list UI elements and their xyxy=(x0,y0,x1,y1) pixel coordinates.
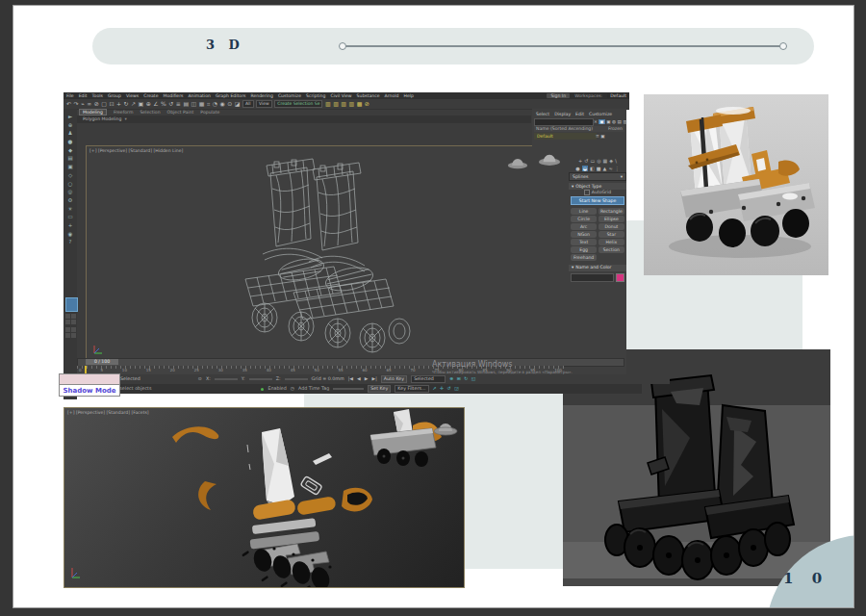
tool-icon[interactable]: ⊕ xyxy=(68,123,73,129)
spline-button[interactable]: Ellipse xyxy=(599,216,624,222)
toolbar-icon[interactable]: ⌁ xyxy=(81,100,85,107)
panel-tab-icon[interactable]: ◈ xyxy=(609,158,613,164)
layer-icon[interactable]: ▥ xyxy=(341,100,346,107)
viewport1-label[interactable]: [+] [Perspective] [Standard] [Hidden Lin… xyxy=(89,148,183,154)
spline-button[interactable]: Rectangle xyxy=(599,208,624,215)
perspective-viewport[interactable]: [+] [Perspective] [Standard] [Hidden Lin… xyxy=(86,145,534,360)
toolbar-icon[interactable]: ↻ xyxy=(123,100,128,107)
spline-button[interactable]: Circle xyxy=(571,216,597,222)
viewport-layout-slider[interactable] xyxy=(65,297,78,312)
toolbar-icon[interactable]: ∠ xyxy=(153,100,158,107)
spline-button[interactable]: Helix xyxy=(599,239,624,245)
menu-item[interactable]: Animation xyxy=(188,93,210,99)
playback-button[interactable]: ◀ xyxy=(357,376,361,382)
selection-filter-dropdown[interactable]: All xyxy=(242,100,254,107)
layer-icon[interactable]: ▥ xyxy=(348,100,354,107)
menu-item[interactable]: Arnold xyxy=(385,93,399,99)
menu-item[interactable]: Civil View xyxy=(330,93,351,99)
toolbar-icon[interactable]: ↶ xyxy=(66,100,71,107)
ribbon-panel-strip[interactable]: Polygon Modeling ▾ xyxy=(77,116,531,123)
toolbar-icon[interactable]: ↷ xyxy=(74,100,79,107)
tool-icon[interactable]: ◎ xyxy=(68,190,73,195)
sign-in-button[interactable]: Sign In xyxy=(547,93,570,99)
select-mode-icon[interactable]: ▣ xyxy=(599,119,604,125)
menu-item[interactable]: Modifiers xyxy=(163,93,183,99)
explorer-menu-item[interactable]: Display xyxy=(554,112,571,117)
toolbar-icon[interactable]: ◔ xyxy=(213,100,217,107)
toolbar-icon[interactable]: ▤ xyxy=(183,100,189,107)
polygon-modeling-panel[interactable]: Polygon Modeling xyxy=(83,116,121,122)
layer-icon[interactable]: ▥ xyxy=(333,100,339,107)
toolbar-icon[interactable]: ▣ xyxy=(139,100,144,107)
explorer-filter-icon[interactable]: ▣ xyxy=(606,119,610,125)
tool-icon[interactable]: ◇ xyxy=(68,173,72,179)
toolbar-icon[interactable]: ◉ xyxy=(220,100,225,107)
toolbar-icon[interactable]: ⊘ xyxy=(94,100,99,107)
tool-icon[interactable]: ⚙ xyxy=(68,198,73,204)
toolbar-icon[interactable]: ↺ xyxy=(168,100,173,107)
tab-populate[interactable]: Populate xyxy=(200,110,219,116)
key-filters-button[interactable]: Key Filters... xyxy=(395,385,428,393)
toolbar-icon[interactable]: ≡ xyxy=(176,100,181,107)
search-input[interactable] xyxy=(534,118,594,126)
ref-coord-dropdown[interactable]: View xyxy=(256,100,272,107)
viewport-nav-icons[interactable]: ⊕ ⊞ ↻ ◱ xyxy=(449,376,476,382)
menu-item[interactable]: Edit xyxy=(79,93,88,99)
sort-column-name[interactable]: Name (Sorted Ascending) xyxy=(536,126,593,132)
explorer-filter-icon[interactable]: ▥ xyxy=(623,119,626,125)
explorer-row-default[interactable]: Default xyxy=(534,133,597,140)
tool-icon[interactable]: ? xyxy=(69,240,72,245)
menu-item[interactable]: Group xyxy=(108,93,121,99)
explorer-filter-icon[interactable]: ◍ xyxy=(612,119,616,125)
toolbar-icon[interactable]: % xyxy=(161,100,166,107)
selection-set-dropdown[interactable]: Selected xyxy=(411,375,446,383)
set-key-button[interactable]: Set Key xyxy=(368,385,391,393)
spline-button[interactable]: Egg xyxy=(571,246,597,253)
tool-icon[interactable]: ▤ xyxy=(67,156,72,162)
isolate-icon[interactable]: ⊙ xyxy=(198,376,202,382)
toolbar-icon[interactable]: ⊕ xyxy=(146,100,151,107)
shapes-icon[interactable]: ◒ xyxy=(582,166,588,171)
layer-icon[interactable]: ▥ xyxy=(325,100,331,107)
explorer-menu-item[interactable]: Edit xyxy=(575,112,584,117)
add-time-tag[interactable]: Add Time Tag xyxy=(298,386,329,392)
menu-item[interactable]: Rendering xyxy=(250,93,272,99)
spline-button[interactable]: Line xyxy=(571,208,597,215)
lights-icon[interactable]: ◧ xyxy=(590,166,595,171)
enabled-label[interactable]: Enabled xyxy=(267,386,286,392)
name-color-rollout[interactable]: ▾ Name and Color xyxy=(569,265,626,271)
panel-tab-icon[interactable]: + xyxy=(578,158,582,164)
tool-icon[interactable]: ▣ xyxy=(67,165,72,170)
playback-button[interactable]: ▶ xyxy=(365,376,369,382)
toolbar-icon[interactable]: ◪ xyxy=(235,100,241,107)
explorer-menu-item[interactable]: Select xyxy=(536,112,549,117)
z-coord-field[interactable] xyxy=(285,378,308,380)
menu-item[interactable]: File xyxy=(66,93,74,99)
toolbar-icon[interactable]: ▦ xyxy=(199,100,205,107)
layer-icon[interactable]: ⊘ xyxy=(365,100,369,107)
spline-button[interactable]: Star xyxy=(599,231,624,238)
tool-icon[interactable]: + xyxy=(68,223,73,229)
auto-key-button[interactable]: Auto Key xyxy=(381,375,407,383)
spacewarps-icon[interactable]: ≈ xyxy=(608,166,612,171)
tool-icon[interactable]: ♟ xyxy=(68,131,73,137)
tab-selection[interactable]: Selection xyxy=(140,110,160,116)
panel-tab-icon[interactable]: ▦ xyxy=(603,158,608,164)
spline-button[interactable]: Section xyxy=(599,246,624,253)
explorer-filter-icon[interactable]: ▤ xyxy=(618,119,622,125)
toolbar-icon[interactable]: ◫ xyxy=(191,100,197,107)
spline-button[interactable]: NGon xyxy=(571,231,597,238)
frame-spinner[interactable] xyxy=(333,388,364,390)
explorer-column-header[interactable]: Name (Sorted Ascending) Frozen xyxy=(534,126,624,132)
helpers-icon[interactable]: ▲ xyxy=(603,166,607,171)
layer-icon[interactable]: ▩ xyxy=(357,100,363,107)
object-name-field[interactable] xyxy=(571,273,614,282)
shape-category-dropdown[interactable]: Splines ▾ xyxy=(569,172,626,181)
tab-freeform[interactable]: Freeform xyxy=(114,110,133,116)
menu-item[interactable]: Graph Editors xyxy=(216,93,246,99)
menu-item[interactable]: Customize xyxy=(278,93,301,99)
spline-button[interactable]: Text xyxy=(571,239,597,245)
panel-tab-icon[interactable]: ↺ xyxy=(584,158,588,164)
panel-tab-icon[interactable]: ▭ xyxy=(591,158,596,164)
named-selection-set-dropdown[interactable]: Create Selection Se xyxy=(274,100,322,107)
